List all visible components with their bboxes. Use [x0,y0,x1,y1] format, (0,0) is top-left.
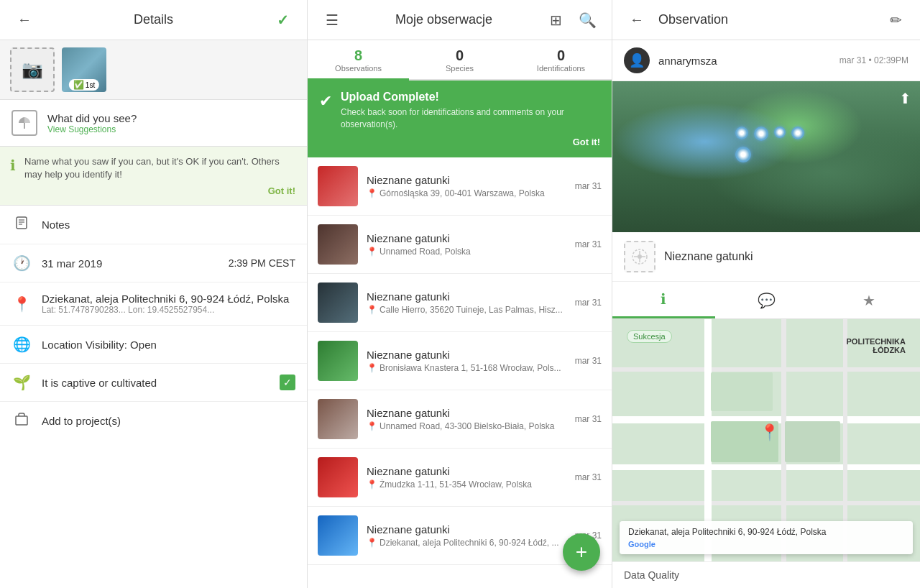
obs-date-time: mar 31 • 02:39PM [840,55,908,65]
star-tab-icon: ★ [862,292,875,309]
list-item[interactable]: Nieznane gatunki 📍 Żmudzka 1-11, 51-354 … [308,449,612,507]
list-item[interactable]: Nieznane gatunki 📍 Calle Hierro, 35620 T… [308,274,612,332]
upload-banner: ✔ Upload Complete! Check back soon for i… [308,81,612,157]
pin-icon: 📍 [367,247,377,257]
map-pin: 📍 [760,423,779,442]
right-title: Observation [658,12,874,27]
road [612,501,920,505]
time-value: 2:39 PM CEST [229,257,295,269]
tab-info[interactable]: ℹ [612,282,715,318]
notes-content: Notes [42,219,295,231]
left-header: ← Details ✓ [0,0,307,40]
add-photo-button[interactable]: 📷 [10,47,55,92]
captive-checkbox[interactable]: ✓ [280,375,295,390]
user-info: annarymsza [658,55,831,67]
comment-tab-icon: 💬 [758,292,776,309]
back-button[interactable]: ← [12,7,37,33]
data-quality-row: Data Quality [612,561,920,588]
svg-point-7 [638,254,642,259]
notes-icon [12,216,32,234]
obs-thumbnail [318,341,358,381]
list-item[interactable]: Nieznane gatunki 📍 Górnośląska 39, 00-40… [308,157,612,216]
obs-location: 📍 Unnamed Road, 43-300 Bielsko-Biała, Po… [367,421,566,431]
project-label: Add to project(s) [42,415,121,427]
search-button[interactable]: 🔍 [574,7,600,33]
photo-thumbnail[interactable]: ✅ 1st [62,47,106,92]
obs-location: 📍 Bronisława Knastera 1, 51-168 Wrocław,… [367,363,566,373]
got-it-button[interactable]: Got it! [24,185,295,196]
map-sukcesja-label: Sukcesja [627,330,672,343]
tab-comments[interactable]: 💬 [715,282,818,318]
middle-panel: ☰ Moje obserwacje ⊞ 🔍 8 Observations 0 S… [308,0,612,588]
page-title: Details [134,12,173,27]
share-button[interactable]: ⬆ [899,90,911,107]
obs-thumbnail [318,515,358,556]
species-icon [12,110,37,136]
flower-cluster [735,127,822,162]
location-row[interactable]: 📍 Dziekanat, aleja Politechniki 6, 90-92… [0,282,307,326]
header-actions: ⊞ 🔍 [543,7,600,33]
svg-rect-0 [24,123,25,129]
map-block [711,372,773,411]
visibility-icon: 🌐 [12,336,32,353]
project-row[interactable]: Add to project(s) [0,402,307,440]
right-back-button[interactable]: ← [624,7,650,33]
visibility-content: Location Visibility: Open [42,339,295,351]
location-icon: 📍 [12,295,32,313]
tab-observations[interactable]: 8 Observations [308,40,409,81]
observations-list: Nieznane gatunki 📍 Górnośląska 39, 00-40… [308,157,612,588]
right-panel: ← Observation ✏ 👤 annarymsza mar 31 • 02… [612,0,920,588]
info-text: Name what you saw if you can, but it's O… [24,155,295,181]
grid-view-button[interactable]: ⊞ [543,7,569,33]
menu-button[interactable]: ☰ [319,7,345,33]
flower [735,147,751,162]
flower [735,127,748,139]
edit-button[interactable]: ✏ [883,7,908,33]
captive-icon: 🌱 [12,374,32,391]
obs-thumbnail [318,457,358,497]
suggestion-row[interactable]: What did you see? View Suggestions [0,100,307,147]
pin-icon: 📍 [367,421,377,431]
obs-location: 📍 Calle Hierro, 35620 Tuineje, Las Palma… [367,305,566,315]
add-observation-button[interactable]: + [563,533,600,571]
pin-icon: 📍 [367,479,377,490]
pin-icon: 📍 [367,538,377,548]
middle-title: Moje obserwacje [395,12,492,27]
visibility-row[interactable]: 🌐 Location Visibility: Open [0,326,307,364]
tab-species[interactable]: 0 Species [409,40,510,79]
username: annarymsza [658,55,831,67]
date-content: 31 mar 2019 [42,257,218,270]
notes-row[interactable]: Notes [0,206,307,244]
location-content: Dziekanat, aleja Politechniki 6, 90-924 … [42,293,295,315]
project-icon [12,412,32,430]
datetime-row[interactable]: 🕐 31 mar 2019 2:39 PM CEST [0,244,307,282]
species-name: Nieznane gatunki [664,250,753,263]
tab-favorites[interactable]: ★ [817,282,920,318]
flower [774,127,786,138]
info-tab-icon: ℹ [661,290,666,308]
road [612,464,920,470]
check-button[interactable]: ✓ [270,7,295,33]
banner-content: Upload Complete! Check back soon for ide… [341,91,600,147]
google-logo: Google [628,540,904,548]
list-item[interactable]: Nieznane gatunki 📍 Bronisława Knastera 1… [308,332,612,390]
obs-info: Nieznane gatunki 📍 Górnośląska 39, 00-40… [367,174,566,198]
suggestion-text: What did you see? View Suggestions [47,112,137,134]
check-circle-icon: ✅ [73,80,84,90]
obs-location: 📍 Unnamed Road, Polska [367,247,566,257]
obs-location: 📍 Górnośląska 39, 00-401 Warszawa, Polsk… [367,188,566,198]
right-tabs: ℹ 💬 ★ [612,282,920,319]
tab-identifications[interactable]: 0 Identifications [510,40,612,79]
obs-info: Nieznane gatunki 📍 Bronisława Knastera 1… [367,349,566,373]
flower [791,127,804,139]
species-name-row: Nieznane gatunki [612,232,920,282]
flower [754,127,768,141]
obs-thumbnail [318,282,358,323]
captive-row[interactable]: 🌱 It is captive or cultivated ✓ [0,364,307,402]
map-area[interactable]: Sukcesja POLITECHNIKA ŁÓDZKA 📍 Dziekanat… [612,319,920,561]
right-header: ← Observation ✏ [612,0,920,40]
list-item[interactable]: Nieznane gatunki 📍 Unnamed Road, Polska … [308,216,612,274]
clock-icon: 🕐 [12,254,32,272]
banner-got-it-button[interactable]: Got it! [341,137,600,147]
list-item[interactable]: Nieznane gatunki 📍 Unnamed Road, 43-300 … [308,390,612,449]
